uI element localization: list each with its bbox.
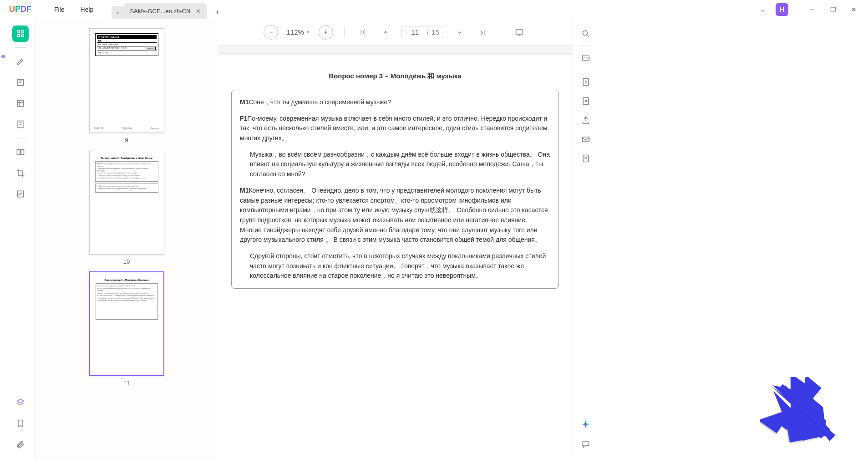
total-pages: 15: [431, 28, 439, 36]
tab-list-button[interactable]: ▾: [112, 6, 123, 19]
page-view[interactable]: Вопрос номер 3 – Молодёжь 和 музыка М1Сон…: [218, 46, 573, 459]
svg-rect-1: [21, 31, 23, 33]
first-page-button[interactable]: [355, 25, 370, 40]
svg-rect-17: [582, 137, 589, 142]
highlight-tool[interactable]: [12, 53, 29, 70]
main-menu: File Help: [41, 6, 93, 13]
bookmark-tool[interactable]: [12, 415, 29, 432]
main-area: 培生爱德思 GCE 3 级 俄语 高等：研听、阅读和写作 样卷（首次教学时间为 …: [0, 19, 868, 459]
titlebar-right: ⌄ H ─ ❐ ✕: [756, 0, 868, 19]
maximize-button[interactable]: ❐: [822, 0, 843, 19]
thumbnail-label: 9: [89, 137, 164, 143]
comment-button[interactable]: [578, 436, 594, 453]
thumb-title: Вопрос номер 2 - Тинэйджеры и образ Жизн…: [95, 157, 158, 159]
thumbnail-page-10[interactable]: Вопрос номер 2 - Тинэйджеры и образ Жизн…: [89, 150, 164, 255]
right-toolbar: OCR ✦: [573, 19, 598, 459]
svg-rect-0: [17, 31, 20, 33]
attachment-tool[interactable]: [12, 436, 29, 453]
text-tool[interactable]: [12, 74, 29, 91]
separator: [580, 70, 591, 70]
dropdown-icon[interactable]: ⌄: [756, 3, 769, 16]
thumb-code: 9RU0/01: [146, 47, 156, 50]
thumb-title: Вопрос номер 3 – Молодёжь 和 музыка: [96, 279, 158, 281]
app-logo: UPDF: [0, 5, 41, 14]
redact-tool[interactable]: [12, 186, 29, 202]
svg-point-11: [583, 31, 587, 35]
separator: [501, 27, 501, 37]
svg-point-16: [585, 100, 586, 102]
last-page-button[interactable]: [475, 25, 490, 40]
layers-tool[interactable]: [12, 394, 29, 411]
dialog-text: Соня，что ты думаешь о современной музыке…: [249, 98, 391, 106]
separator: [15, 47, 26, 48]
thumbnails-tool[interactable]: [12, 26, 29, 42]
separator: [15, 138, 26, 138]
print-button[interactable]: [578, 150, 594, 167]
thumb-text: 高等：研听、阅读和写作: [97, 42, 157, 46]
viewer-toolbar: − 112% ▼ + / 15: [218, 19, 573, 46]
email-button[interactable]: [578, 131, 594, 148]
tab-bar: ▾ SAMs-GCE...en.zh-CN ✕ +: [112, 0, 223, 19]
ocr-button[interactable]: OCR: [578, 50, 594, 66]
page-input[interactable]: [406, 28, 424, 36]
titlebar: UPDF File Help ▾ SAMs-GCE...en.zh-CN ✕ +…: [0, 0, 868, 19]
speaker-label: F1: [240, 115, 247, 122]
svg-rect-8: [20, 149, 24, 155]
dialog-text: Сдругой стороны, стоит отметить, что в н…: [250, 252, 546, 279]
next-page-button[interactable]: [452, 25, 467, 40]
svg-rect-2: [17, 35, 20, 37]
form-tool[interactable]: [12, 95, 29, 112]
document-tab[interactable]: SAMs-GCE...en.zh-CN ✕: [123, 3, 207, 19]
thumb-text: 时长：2 小时: [97, 51, 157, 54]
accent-dot: [1, 55, 5, 58]
thumbnail-panel[interactable]: 培生爱德思 GCE 3 级 俄语 高等：研听、阅读和写作 样卷（首次教学时间为 …: [36, 19, 218, 459]
page-indicator[interactable]: / 15: [401, 26, 444, 38]
zoom-level[interactable]: 112% ▼: [286, 28, 310, 36]
dialog-text: Конечно, согласен。 Очевидно, дело в том,…: [240, 187, 548, 243]
dialog-text: Музыка，во всём своём разнообразии，с кажд…: [250, 151, 550, 178]
thumbnail-page-11[interactable]: Вопрос номер 3 – Молодёжь 和 музыка М1 Со…: [89, 271, 164, 376]
svg-rect-15: [583, 98, 589, 105]
zoom-in-button[interactable]: +: [319, 25, 333, 40]
tab-close-icon[interactable]: ✕: [196, 8, 201, 15]
separator: [344, 27, 345, 37]
svg-rect-10: [516, 30, 523, 34]
thumbnail-label: 10: [89, 258, 164, 265]
left-toolbar: [5, 19, 36, 459]
thumb-text: 样卷（首次教学时间为 2017 年 9 月）: [98, 47, 129, 50]
crop-tool[interactable]: [12, 165, 29, 181]
dialog-box: М1Соня，что ты думаешь о современной музы…: [231, 90, 559, 289]
share-button[interactable]: [578, 112, 594, 128]
thumb-header: 培生爱德思 GCE 3 级: [97, 35, 157, 39]
speaker-label: М1: [240, 98, 249, 106]
ai-assistant-button[interactable]: ✦: [578, 416, 594, 433]
tab-label: SAMs-GCE...en.zh-CN: [130, 8, 190, 15]
dialog-text: По-моему, современная музыка включает в …: [240, 115, 547, 142]
svg-text:OCR: OCR: [584, 57, 589, 60]
minimize-button[interactable]: ─: [802, 0, 822, 19]
divider: [795, 5, 795, 14]
zoom-out-button[interactable]: −: [264, 25, 278, 40]
search-button[interactable]: [578, 26, 594, 42]
thumbnail-label: 11: [89, 380, 164, 387]
protect-button[interactable]: [578, 93, 594, 109]
presentation-button[interactable]: [512, 25, 527, 40]
svg-rect-7: [17, 149, 20, 155]
viewer: − 112% ▼ + / 15 Вопрос номер 3 – Молодёж…: [218, 19, 573, 459]
menu-help[interactable]: Help: [81, 6, 94, 13]
speaker-label: М1: [240, 187, 249, 194]
svg-rect-14: [583, 79, 589, 86]
user-avatar[interactable]: H: [776, 3, 788, 16]
prev-page-button[interactable]: [378, 25, 393, 40]
svg-rect-3: [21, 35, 23, 37]
menu-file[interactable]: File: [54, 6, 65, 13]
thumb-text: 俄语: [97, 39, 157, 42]
compress-button[interactable]: [578, 74, 594, 90]
organize-tool[interactable]: [12, 144, 29, 160]
page-tool[interactable]: [12, 116, 29, 133]
pdf-page: Вопрос номер 3 – Молодёжь 和 музыка М1Сон…: [218, 55, 573, 459]
separator: [580, 46, 591, 46]
thumbnail-page-9[interactable]: 培生爱德思 GCE 3 级 俄语 高等：研听、阅读和写作 样卷（首次教学时间为 …: [89, 28, 164, 133]
new-tab-button[interactable]: +: [211, 6, 223, 19]
close-button[interactable]: ✕: [843, 0, 864, 19]
